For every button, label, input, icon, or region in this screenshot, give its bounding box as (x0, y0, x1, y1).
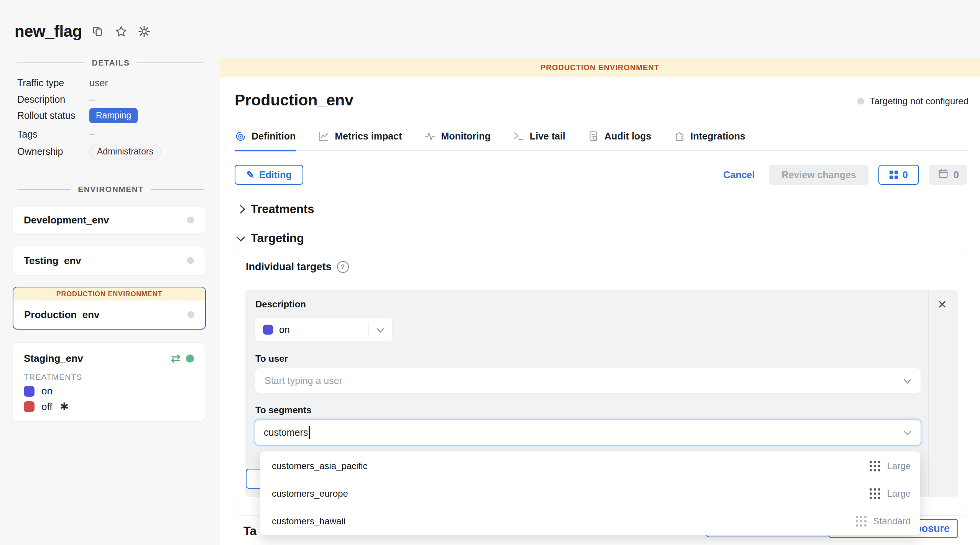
segment-grid-icon (870, 488, 880, 499)
production-environment-banner-main: PRODUCTION ENVIRONMENT (220, 58, 980, 77)
metrics-impact-icon (318, 130, 330, 142)
to-user-input[interactable] (264, 375, 890, 387)
page-title: Production_env (235, 91, 354, 109)
env-name: Production_env (24, 309, 99, 321)
audit-logs-icon (588, 130, 600, 142)
ownership-badge[interactable]: Administrators (89, 144, 161, 159)
treatment-on-swatch (263, 325, 273, 335)
select-divider (895, 373, 896, 388)
tab-integrations[interactable]: Integrations (674, 130, 745, 151)
cancel-button[interactable]: Cancel (723, 169, 755, 181)
env-name: Staging_env (24, 353, 83, 364)
changes-grid-icon (890, 171, 898, 179)
env-card-staging[interactable]: Staging_env ⇄ TREATMENTS on off ✱ (13, 342, 205, 422)
sync-arrows-icon: ⇄ (171, 353, 181, 364)
tab-live-tail[interactable]: Live tail (513, 130, 565, 151)
tab-metrics-impact[interactable]: Metrics impact (318, 130, 402, 151)
production-environment-banner: PRODUCTION ENVIRONMENT (13, 287, 205, 300)
segment-option-europe[interactable]: customers_europe Large (260, 480, 920, 507)
tags-value: – (89, 129, 95, 140)
treatment-off-label: off (41, 401, 52, 413)
star-icon[interactable] (114, 25, 128, 38)
status-dot (857, 98, 864, 105)
review-changes-button[interactable]: Review changes (769, 165, 868, 185)
description-label: Description (17, 94, 89, 105)
chevron-down-icon (904, 428, 911, 435)
segments-dropdown: customers_asia_pacific Large customers_e… (260, 451, 920, 535)
schedule-count-button[interactable]: 0 (929, 165, 967, 185)
gear-icon[interactable] (137, 25, 151, 38)
description-value: – (89, 94, 95, 105)
rule-divider (928, 290, 929, 497)
details-heading: DETAILS (92, 58, 130, 67)
env-name: Development_env (24, 214, 109, 226)
chevron-down-icon (904, 376, 911, 384)
traffic-type-label: Traffic type (17, 77, 89, 89)
environment-divider: ENVIRONMENT (17, 185, 204, 194)
treatment-select-value: on (279, 324, 290, 335)
targeting-status-text: Targeting not configured (870, 96, 968, 107)
status-dot (187, 311, 194, 318)
segment-size-label: Large (887, 461, 911, 471)
details-divider: DETAILS (17, 58, 204, 67)
toolbar: ✎ Editing Cancel Review changes 0 0 (235, 165, 967, 185)
to-segments-label: To segments (255, 405, 311, 415)
help-icon[interactable]: ? (337, 261, 349, 273)
tab-bar: Definition Metrics impact Monitoring Liv… (235, 130, 967, 151)
segments-query-text: customers (264, 427, 308, 438)
status-dot (187, 257, 194, 264)
flag-title: new_flag (15, 22, 82, 41)
status-dot-green (186, 355, 194, 363)
treatment-select[interactable]: on (255, 318, 392, 341)
treatments-heading: TREATMENTS (13, 371, 205, 382)
description-field-label: Description (255, 299, 306, 310)
chevron-down-icon (237, 233, 245, 242)
tab-monitoring[interactable]: Monitoring (424, 130, 490, 151)
default-treatment-asterisk-icon: ✱ (60, 401, 69, 413)
treatment-off-swatch (24, 401, 35, 412)
to-user-label: To user (255, 353, 288, 364)
traffic-type-value: user (89, 77, 108, 89)
segment-option-hawaii[interactable]: customers_hawaii Standard (260, 507, 920, 535)
tab-definition[interactable]: Definition (235, 130, 296, 151)
ownership-label: Ownership (17, 146, 89, 157)
treatment-row-off: off ✱ (13, 397, 205, 413)
changes-count-button[interactable]: 0 (878, 165, 919, 185)
treatment-row-on: on (13, 382, 205, 397)
detail-row-traffic-type: Traffic type user (17, 77, 204, 89)
segment-grid-icon (856, 516, 867, 527)
segment-size-label: Standard (873, 516, 911, 527)
env-card-development[interactable]: Development_env (13, 205, 205, 235)
rollout-status-badge[interactable]: Ramping (89, 108, 138, 123)
select-divider (368, 322, 369, 337)
targeting-section-header[interactable]: Targeting (238, 231, 304, 245)
detail-row-description: Description – (17, 94, 204, 105)
env-card-testing[interactable]: Testing_env (13, 246, 205, 275)
env-name: Testing_env (24, 255, 81, 267)
segment-option-asia-pacific[interactable]: customers_asia_pacific Large (260, 452, 920, 480)
to-user-field (255, 368, 921, 393)
env-card-production[interactable]: PRODUCTION ENVIRONMENT Production_env (13, 287, 206, 330)
text-caret (309, 426, 310, 439)
flag-header: new_flag (15, 22, 151, 41)
select-divider (895, 424, 896, 440)
definition-icon (235, 130, 247, 142)
detail-row-tags: Tags – (17, 129, 204, 140)
tab-audit-logs[interactable]: Audit logs (588, 130, 651, 151)
targeting-status: Targeting not configured (857, 96, 968, 107)
status-dot (187, 217, 194, 223)
live-tail-icon (513, 130, 525, 142)
segment-grid-icon (870, 461, 880, 471)
to-segments-input[interactable]: customers (255, 420, 921, 445)
environment-heading: ENVIRONMENT (78, 185, 144, 194)
treatment-on-label: on (41, 385, 53, 397)
chevron-down-icon (377, 325, 384, 333)
integrations-icon (674, 130, 686, 142)
monitoring-icon (424, 130, 436, 142)
editing-button[interactable]: ✎ Editing (235, 165, 303, 185)
close-icon[interactable]: ✕ (937, 299, 947, 310)
segment-size-label: Large (887, 488, 911, 499)
copy-icon[interactable] (91, 25, 105, 38)
treatments-section-header[interactable]: Treatments (238, 202, 314, 216)
detail-row-ownership: Ownership Administrators (17, 144, 204, 159)
